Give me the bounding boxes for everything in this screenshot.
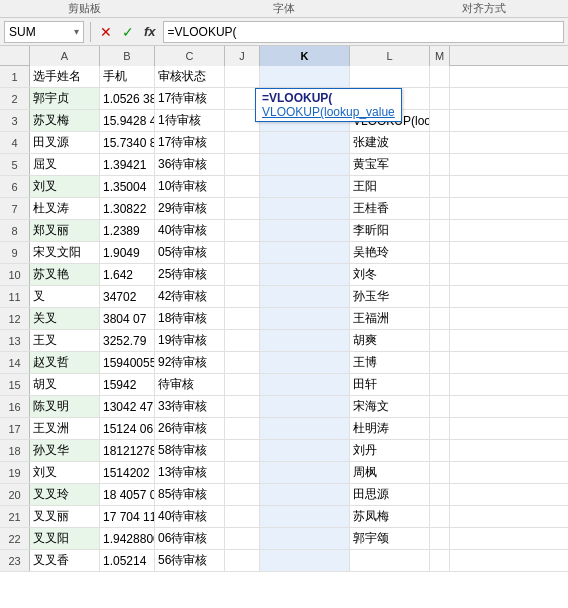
cell-k[interactable] xyxy=(260,132,350,153)
col-header-m[interactable]: M xyxy=(430,46,450,66)
cell-k[interactable] xyxy=(260,242,350,263)
table-row[interactable]: 8郑叉丽1.238940待审核李昕阳 xyxy=(0,220,568,242)
cell-a[interactable]: 叉叉玲 xyxy=(30,484,100,505)
cell-a[interactable]: 田叉源 xyxy=(30,132,100,153)
cell-m[interactable] xyxy=(430,286,450,307)
cell-b[interactable]: 18121278 xyxy=(100,440,155,461)
cell-a[interactable]: 陈叉明 xyxy=(30,396,100,417)
cell-a[interactable]: 苏叉梅 xyxy=(30,110,100,131)
cell-k[interactable] xyxy=(260,220,350,241)
cell-b[interactable]: 3804 07 xyxy=(100,308,155,329)
cell-k[interactable] xyxy=(260,176,350,197)
cell-c[interactable]: 待审核 xyxy=(155,374,225,395)
cell-b[interactable]: 1.0526 38 xyxy=(100,88,155,109)
cell-m[interactable] xyxy=(430,176,450,197)
cell-c[interactable]: 17待审核 xyxy=(155,132,225,153)
cell-j[interactable] xyxy=(225,154,260,175)
cell-m[interactable] xyxy=(430,242,450,263)
cell-c[interactable]: 审核状态 xyxy=(155,66,225,87)
cell-a[interactable]: 胡叉 xyxy=(30,374,100,395)
cell-a[interactable]: 关叉 xyxy=(30,308,100,329)
confirm-formula-icon[interactable]: ✓ xyxy=(119,24,137,40)
table-row[interactable]: 16陈叉明13042 4733待审核宋海文 xyxy=(0,396,568,418)
cell-b[interactable]: 17 704 118 xyxy=(100,506,155,527)
cell-b[interactable]: 3252.79 xyxy=(100,330,155,351)
cell-b[interactable]: 1.9428800 xyxy=(100,528,155,549)
cell-j[interactable] xyxy=(225,330,260,351)
cell-k[interactable] xyxy=(260,154,350,175)
cell-c[interactable]: 25待审核 xyxy=(155,264,225,285)
cell-k[interactable] xyxy=(260,528,350,549)
cell-l[interactable] xyxy=(350,550,430,571)
cell-b[interactable]: 1.05214 xyxy=(100,550,155,571)
cell-c[interactable]: 26待审核 xyxy=(155,418,225,439)
table-row[interactable]: 14赵叉哲1594005592待审核王博 xyxy=(0,352,568,374)
cell-m[interactable] xyxy=(430,440,450,461)
cell-k[interactable] xyxy=(260,440,350,461)
cell-m[interactable] xyxy=(430,528,450,549)
table-row[interactable]: 18孙叉华1812127858待审核刘丹 xyxy=(0,440,568,462)
cell-a[interactable]: 孙叉华 xyxy=(30,440,100,461)
cell-j[interactable] xyxy=(225,198,260,219)
cell-c[interactable]: 17待审核 xyxy=(155,88,225,109)
table-row[interactable]: 20叉叉玲18 4057 0085待审核田思源 xyxy=(0,484,568,506)
cell-j[interactable] xyxy=(225,176,260,197)
cell-a[interactable]: 刘叉 xyxy=(30,176,100,197)
cell-j[interactable] xyxy=(225,66,260,87)
cell-c[interactable]: 58待审核 xyxy=(155,440,225,461)
cell-c[interactable]: 10待审核 xyxy=(155,176,225,197)
cell-j[interactable] xyxy=(225,308,260,329)
table-row[interactable]: 10苏叉艳1.64225待审核刘冬 xyxy=(0,264,568,286)
cell-c[interactable]: 18待审核 xyxy=(155,308,225,329)
cell-k[interactable] xyxy=(260,308,350,329)
cell-c[interactable]: 40待审核 xyxy=(155,506,225,527)
cell-b[interactable]: 15940055 xyxy=(100,352,155,373)
cell-m[interactable] xyxy=(430,374,450,395)
cell-j[interactable] xyxy=(225,440,260,461)
cell-l[interactable]: 张建波 xyxy=(350,132,430,153)
table-row[interactable]: 6刘叉1.3500410待审核王阳 xyxy=(0,176,568,198)
cell-j[interactable] xyxy=(225,462,260,483)
cell-m[interactable] xyxy=(430,88,450,109)
cell-c[interactable]: 29待审核 xyxy=(155,198,225,219)
table-row[interactable]: 13王叉3252.7919待审核胡爽 xyxy=(0,330,568,352)
cell-k[interactable] xyxy=(260,330,350,351)
cell-b[interactable]: 15942 xyxy=(100,374,155,395)
cell-c[interactable]: 1待审核 xyxy=(155,110,225,131)
cell-a[interactable]: 叉叉阳 xyxy=(30,528,100,549)
cell-k[interactable] xyxy=(260,506,350,527)
cell-b[interactable]: 1.30822 xyxy=(100,198,155,219)
cell-m[interactable] xyxy=(430,132,450,153)
cell-a[interactable]: 叉叉香 xyxy=(30,550,100,571)
cell-a[interactable]: 选手姓名 xyxy=(30,66,100,87)
table-row[interactable]: 19刘叉151420213待审核周枫 xyxy=(0,462,568,484)
cell-k[interactable] xyxy=(260,462,350,483)
cell-c[interactable]: 85待审核 xyxy=(155,484,225,505)
cell-k[interactable] xyxy=(260,286,350,307)
cell-l[interactable]: 宋海文 xyxy=(350,396,430,417)
table-row[interactable]: 22叉叉阳1.942880006待审核郭宇颂 xyxy=(0,528,568,550)
cell-l[interactable]: 李昕阳 xyxy=(350,220,430,241)
cell-b[interactable]: 1.642 xyxy=(100,264,155,285)
cell-m[interactable] xyxy=(430,352,450,373)
table-row[interactable]: 15胡叉15942待审核田轩 xyxy=(0,374,568,396)
table-row[interactable]: 11叉3470242待审核孙玉华 xyxy=(0,286,568,308)
cell-k[interactable] xyxy=(260,264,350,285)
table-row[interactable]: 23叉叉香1.0521456待审核 xyxy=(0,550,568,572)
cell-m[interactable] xyxy=(430,154,450,175)
cell-b[interactable]: 1.35004 xyxy=(100,176,155,197)
cell-a[interactable]: 王叉洲 xyxy=(30,418,100,439)
cell-j[interactable] xyxy=(225,528,260,549)
cell-a[interactable]: 郭宇贞 xyxy=(30,88,100,109)
cell-b[interactable]: 1514202 xyxy=(100,462,155,483)
cell-a[interactable]: 屈叉 xyxy=(30,154,100,175)
cell-c[interactable]: 92待审核 xyxy=(155,352,225,373)
cell-c[interactable]: 13待审核 xyxy=(155,462,225,483)
cell-c[interactable]: 40待审核 xyxy=(155,220,225,241)
col-header-a[interactable]: A xyxy=(30,46,100,66)
cell-m[interactable] xyxy=(430,198,450,219)
cell-j[interactable] xyxy=(225,220,260,241)
cell-m[interactable] xyxy=(430,330,450,351)
cell-m[interactable] xyxy=(430,66,450,87)
cell-l[interactable]: 田思源 xyxy=(350,484,430,505)
